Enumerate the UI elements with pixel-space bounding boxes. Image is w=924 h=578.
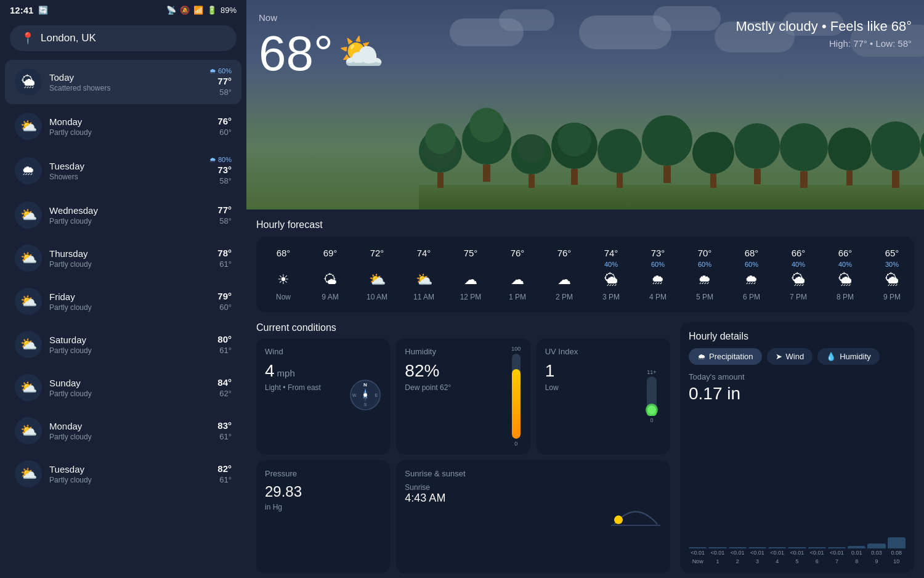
hourly-icon: ☁: [511, 272, 524, 288]
main-content: Now 68° ⛅ Mostly cloudy • Feels like 68°…: [246, 0, 924, 578]
forecast-item-saturday-6[interactable]: ⛅ Saturday Partly cloudy 80° 61°: [5, 324, 241, 365]
location-search[interactable]: 📍 London, UK: [10, 25, 237, 51]
hourly-item-0[interactable]: 68° - ☀ Now: [261, 245, 306, 304]
day-info: Thursday Partly cloudy: [49, 248, 210, 269]
chart-bar-col-4: <0.01: [768, 507, 786, 556]
hourly-precip: 40%: [838, 261, 852, 268]
hourly-item-11[interactable]: 66° 40% 🌦 7 PM: [776, 245, 821, 304]
humidity-bar-min: 0: [514, 441, 517, 447]
chart-bar-2: [729, 547, 747, 548]
hourly-item-7[interactable]: 74° 40% 🌦 3 PM: [589, 245, 633, 304]
refresh-icon: 🔄: [38, 6, 48, 15]
temp-low: 61°: [219, 475, 232, 484]
temp-low: 58°: [219, 176, 232, 185]
hd-tab-icon: 🌧: [697, 352, 705, 361]
status-bar: 12:41 🔄 📡 🔕 📶 🔋 89%: [0, 0, 246, 20]
dew-point-value: 62°: [440, 383, 451, 392]
day-condition: Partly cloudy: [49, 128, 210, 137]
day-icon: ⛅: [15, 245, 42, 272]
hourly-time: 9 PM: [883, 293, 901, 301]
hourly-item-1[interactable]: 69° - 🌤 9 AM: [308, 245, 352, 304]
hourly-item-4[interactable]: 75° - ☁ 12 PM: [448, 245, 493, 304]
day-condition: Showers: [49, 173, 202, 181]
hourly-scroll-container[interactable]: 68° - ☀ Now 69° - 🌤 9 AM 72° - ⛅ 10 AM 7…: [256, 237, 914, 312]
svg-point-12: [614, 516, 623, 524]
chart-bar-4: [768, 547, 786, 548]
sunrise-arc-icon: [611, 497, 660, 527]
hd-tab-humidity[interactable]: 💧Humidity: [817, 348, 880, 365]
forecast-item-sunday-7[interactable]: ⛅ Sunday Partly cloudy 84° 62°: [5, 367, 241, 409]
chart-bar-col-0: <0.01: [689, 507, 707, 556]
hourly-item-9[interactable]: 70° 60% 🌧 5 PM: [683, 245, 727, 304]
hourly-icon: ☀: [277, 272, 290, 288]
forecast-item-friday-5[interactable]: ⛅ Friday Partly cloudy 79° 60°: [5, 280, 241, 322]
hourly-item-2[interactable]: 72° - ⛅ 10 AM: [355, 245, 399, 304]
uv-max-label: 11+: [647, 369, 656, 375]
hourly-item-13[interactable]: 65° 30% 🌦 9 PM: [870, 245, 914, 304]
svg-point-11: [647, 405, 656, 414]
conditions-wrapper: Current conditions Wind 4 mph Light • Fr…: [256, 322, 670, 573]
uv-min-label: 0: [650, 417, 653, 423]
hourly-temp: 76°: [557, 248, 572, 258]
day-name: Friday: [49, 291, 210, 302]
hourly-temp: 69°: [323, 248, 338, 258]
day-condition: Partly cloudy: [49, 260, 210, 269]
hourly-precip: 60%: [651, 261, 665, 268]
precipitation-chart: <0.01<0.01<0.01<0.01<0.01<0.01<0.01<0.01…: [689, 410, 906, 564]
day-condition: Partly cloudy: [49, 476, 210, 484]
temp-low: 60°: [219, 303, 232, 312]
day-condition: Partly cloudy: [49, 303, 210, 312]
hourly-icon: 🌧: [745, 272, 758, 288]
forecast-item-monday-1[interactable]: ⛅ Monday Partly cloudy 76° 60°: [5, 105, 241, 147]
hourly-time: 11 AM: [413, 293, 434, 301]
forecast-item-tuesday-9[interactable]: ⛅ Tuesday Partly cloudy 82° 61°: [5, 453, 241, 495]
forecast-item-monday-8[interactable]: ⛅ Monday Partly cloudy 83° 61°: [5, 410, 241, 452]
chart-time-label-5: 5: [788, 558, 806, 564]
hourly-time: 2 PM: [556, 293, 573, 301]
day-icon: 🌦: [15, 68, 42, 96]
hourly-item-5[interactable]: 76° - ☁ 1 PM: [495, 245, 540, 304]
hourly-item-8[interactable]: 73° 60% 🌧 4 PM: [636, 245, 680, 304]
temp-high: 79°: [217, 291, 232, 301]
wind-compass-icon: N S E W: [349, 379, 381, 411]
temp-high: 83°: [217, 420, 232, 431]
day-name: Tuesday: [49, 161, 202, 171]
hourly-item-3[interactable]: 74° - ⛅ 11 AM: [402, 245, 446, 304]
hourly-temp: 74°: [417, 248, 431, 258]
forecast-item-today-0[interactable]: 🌦 Today Scattered showers 🌧 60% 77° 58°: [5, 60, 241, 104]
hourly-temp: 72°: [370, 248, 384, 258]
day-icon: ⛅: [15, 331, 42, 358]
chart-bar-value-0: <0.01: [691, 550, 705, 556]
hourly-item-10[interactable]: 68° 60% 🌧 6 PM: [729, 245, 774, 304]
hd-tab-wind[interactable]: ➤Wind: [767, 348, 813, 365]
hourly-temp: 73°: [651, 248, 665, 258]
hourly-icon: ⛅: [416, 272, 432, 288]
hourly-temp: 74°: [604, 248, 618, 258]
chart-time-label-8: 8: [848, 558, 865, 564]
hourly-precip: 30%: [885, 261, 899, 268]
sidebar: 12:41 🔄 📡 🔕 📶 🔋 89% 📍 London, UK 🌦 Today…: [0, 0, 246, 578]
conditions-grid: Wind 4 mph Light • From east N S E W: [256, 338, 670, 573]
hourly-item-6[interactable]: 76° - ☁ 2 PM: [542, 245, 586, 304]
day-icon: 🌧: [15, 157, 42, 184]
today-amount-label: Today's amount: [689, 372, 906, 381]
day-temps: 🌧 60% 77° 58°: [209, 67, 232, 97]
hourly-item-12[interactable]: 66° 40% 🌦 8 PM: [823, 245, 867, 304]
day-info: Sunday Partly cloudy: [49, 378, 210, 398]
svg-text:N: N: [363, 382, 367, 388]
forecast-list: 🌦 Today Scattered showers 🌧 60% 77° 58° …: [0, 59, 246, 578]
hourly-precip: 40%: [792, 261, 805, 268]
hd-tab-icon: 💧: [826, 352, 836, 361]
hourly-forecast-section: Hourly forecast 68° - ☀ Now 69° - 🌤 9 AM…: [246, 210, 924, 317]
forecast-item-thursday-4[interactable]: ⛅ Thursday Partly cloudy 78° 61°: [5, 237, 241, 279]
hd-tab-label: Wind: [786, 352, 804, 361]
forecast-item-wednesday-3[interactable]: ⛅ Wednesday Partly cloudy 77° 58°: [5, 194, 241, 236]
hourly-temp: 65°: [885, 248, 899, 258]
day-info: Tuesday Partly cloudy: [49, 464, 210, 484]
hd-tab-precipitation[interactable]: 🌧Precipitation: [689, 348, 762, 365]
battery-icon: 🔋: [207, 6, 217, 15]
forecast-item-tuesday-2[interactable]: 🌧 Tuesday Showers 🌧 80% 73° 58°: [5, 149, 241, 193]
day-condition: Partly cloudy: [49, 389, 210, 398]
temp-low: 58°: [219, 216, 232, 226]
chart-time-label-10: 10: [888, 558, 906, 564]
